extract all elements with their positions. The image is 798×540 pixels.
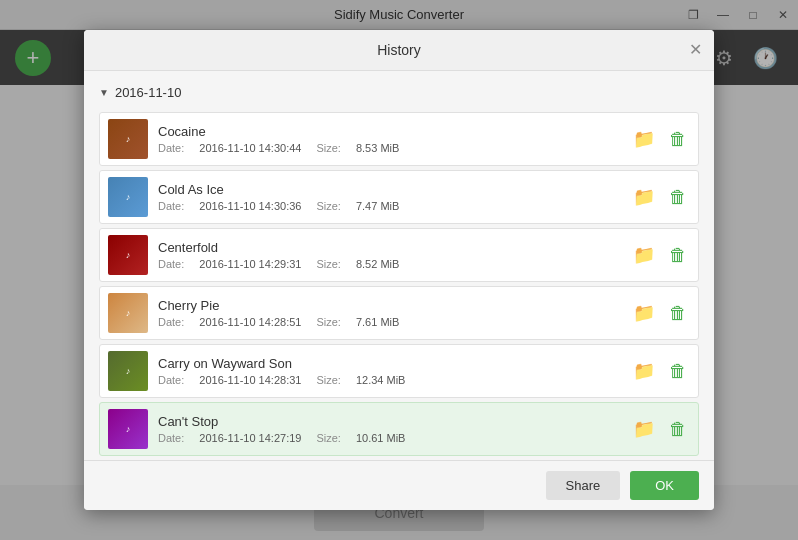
date-label: Date:: [158, 142, 184, 154]
date-value: 2016-11-10 14:28:31: [199, 374, 301, 386]
song-meta: Date: 2016-11-10 14:30:36 Size: 7.47 MiB: [158, 200, 620, 212]
song-item: ♪ Cherry Pie Date: 2016-11-10 14:28:51 S…: [99, 286, 699, 340]
open-folder-button[interactable]: 📁: [630, 183, 658, 211]
delete-button[interactable]: 🗑: [666, 300, 690, 327]
song-item: ♪ Can't Stop Date: 2016-11-10 14:27:19 S…: [99, 402, 699, 456]
size-value: 10.61 MiB: [356, 432, 406, 444]
history-dialog: History ✕ ▼ 2016-11-10 ♪ Cocaine Date:: [84, 30, 714, 510]
song-name: Carry on Wayward Son: [158, 356, 620, 371]
size-value: 7.47 MiB: [356, 200, 399, 212]
overlay: History ✕ ▼ 2016-11-10 ♪ Cocaine Date:: [0, 0, 798, 540]
song-item: ♪ Carry on Wayward Son Date: 2016-11-10 …: [99, 344, 699, 398]
date-label: Date:: [158, 200, 184, 212]
expand-icon: ▼: [99, 87, 109, 98]
song-actions: 📁 🗑: [630, 357, 690, 385]
size-value: 12.34 MiB: [356, 374, 406, 386]
size-label: Size:: [316, 374, 340, 386]
song-meta: Date: 2016-11-10 14:30:44 Size: 8.53 MiB: [158, 142, 620, 154]
size-value: 8.52 MiB: [356, 258, 399, 270]
song-info: Carry on Wayward Son Date: 2016-11-10 14…: [158, 356, 620, 386]
song-meta: Date: 2016-11-10 14:28:51 Size: 7.61 MiB: [158, 316, 620, 328]
date-value: 2016-11-10 14:27:19: [199, 432, 301, 444]
song-info: Cold As Ice Date: 2016-11-10 14:30:36 Si…: [158, 182, 620, 212]
open-folder-button[interactable]: 📁: [630, 125, 658, 153]
open-folder-button[interactable]: 📁: [630, 415, 658, 443]
song-item: ♪ Cocaine Date: 2016-11-10 14:30:44 Size…: [99, 112, 699, 166]
song-thumbnail: ♪: [108, 409, 148, 449]
song-info: Cocaine Date: 2016-11-10 14:30:44 Size: …: [158, 124, 620, 154]
delete-button[interactable]: 🗑: [666, 184, 690, 211]
song-info: Centerfold Date: 2016-11-10 14:29:31 Siz…: [158, 240, 620, 270]
song-name: Can't Stop: [158, 414, 620, 429]
date-label: Date:: [158, 374, 184, 386]
size-label: Size:: [316, 258, 340, 270]
date-value: 2016-11-10 14:28:51: [199, 316, 301, 328]
song-thumbnail: ♪: [108, 119, 148, 159]
song-item: ♪ Centerfold Date: 2016-11-10 14:29:31 S…: [99, 228, 699, 282]
song-actions: 📁 🗑: [630, 241, 690, 269]
open-folder-button[interactable]: 📁: [630, 357, 658, 385]
song-name: Cherry Pie: [158, 298, 620, 313]
date-value: 2016-11-10 14:30:44: [199, 142, 301, 154]
song-name: Cold As Ice: [158, 182, 620, 197]
size-value: 8.53 MiB: [356, 142, 399, 154]
size-label: Size:: [316, 316, 340, 328]
dialog-close-button[interactable]: ✕: [689, 42, 702, 58]
song-meta: Date: 2016-11-10 14:28:31 Size: 12.34 Mi…: [158, 374, 620, 386]
song-name: Centerfold: [158, 240, 620, 255]
size-value: 7.61 MiB: [356, 316, 399, 328]
date-value: 2016-11-10 14:29:31: [199, 258, 301, 270]
song-thumbnail: ♪: [108, 293, 148, 333]
song-thumbnail: ♪: [108, 177, 148, 217]
date-label: Date:: [158, 432, 184, 444]
size-label: Size:: [316, 432, 340, 444]
song-thumbnail: ♪: [108, 351, 148, 391]
share-button[interactable]: Share: [546, 471, 621, 500]
song-list: ♪ Cocaine Date: 2016-11-10 14:30:44 Size…: [99, 112, 699, 460]
song-actions: 📁 🗑: [630, 183, 690, 211]
size-label: Size:: [316, 142, 340, 154]
history-list[interactable]: ▼ 2016-11-10 ♪ Cocaine Date: 2016-11-10 …: [84, 71, 714, 460]
song-item: ♪ Cold As Ice Date: 2016-11-10 14:30:36 …: [99, 170, 699, 224]
dialog-title: History: [377, 42, 421, 58]
dialog-header: History ✕: [84, 30, 714, 71]
song-actions: 📁 🗑: [630, 415, 690, 443]
song-info: Cherry Pie Date: 2016-11-10 14:28:51 Siz…: [158, 298, 620, 328]
song-thumbnail: ♪: [108, 235, 148, 275]
date-group-header: ▼ 2016-11-10: [99, 81, 699, 104]
open-folder-button[interactable]: 📁: [630, 299, 658, 327]
ok-button[interactable]: OK: [630, 471, 699, 500]
open-folder-button[interactable]: 📁: [630, 241, 658, 269]
size-label: Size:: [316, 200, 340, 212]
delete-button[interactable]: 🗑: [666, 242, 690, 269]
delete-button[interactable]: 🗑: [666, 416, 690, 443]
delete-button[interactable]: 🗑: [666, 358, 690, 385]
song-actions: 📁 🗑: [630, 125, 690, 153]
delete-button[interactable]: 🗑: [666, 126, 690, 153]
app-window: Sidify Music Converter ❐ — □ ✕ + ⚙ 🕐 Con…: [0, 0, 798, 540]
song-info: Can't Stop Date: 2016-11-10 14:27:19 Siz…: [158, 414, 620, 444]
song-name: Cocaine: [158, 124, 620, 139]
date-label: Date:: [158, 258, 184, 270]
date-label: Date:: [158, 316, 184, 328]
dialog-footer: Share OK: [84, 460, 714, 510]
song-meta: Date: 2016-11-10 14:29:31 Size: 8.52 MiB: [158, 258, 620, 270]
song-actions: 📁 🗑: [630, 299, 690, 327]
song-meta: Date: 2016-11-10 14:27:19 Size: 10.61 Mi…: [158, 432, 620, 444]
date-value: 2016-11-10 14:30:36: [199, 200, 301, 212]
date-group-label: 2016-11-10: [115, 85, 182, 100]
